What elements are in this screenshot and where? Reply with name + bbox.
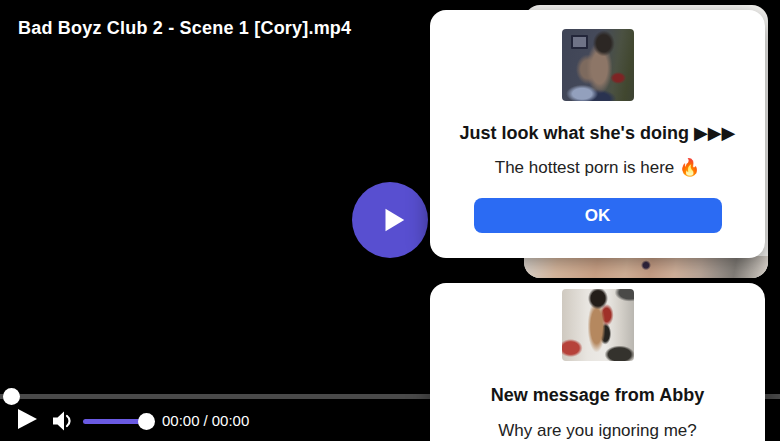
- play-icon: [378, 205, 408, 235]
- play-button[interactable]: [18, 409, 37, 429]
- popup-message-thumbnail[interactable]: [562, 289, 634, 361]
- player-controls: 00:00/00:00: [0, 403, 430, 441]
- volume-slider[interactable]: [83, 413, 155, 430]
- popup-message: New message from Abby Why are you ignori…: [430, 283, 765, 441]
- time-display: 00:00/00:00: [162, 412, 249, 429]
- volume-thumb[interactable]: [138, 413, 155, 430]
- ok-button[interactable]: OK: [474, 198, 722, 233]
- popup-promo-title: Just look what she's doing ▶▶▶: [460, 122, 736, 144]
- background-ad-photo: [524, 256, 768, 278]
- popup-promo-subtitle: The hottest porn is here 🔥: [495, 157, 700, 178]
- volume-fill: [83, 419, 146, 424]
- big-play-button[interactable]: [352, 182, 428, 258]
- popup-message-subtitle: Why are you ignoring me?: [498, 421, 696, 441]
- popup-promo: Just look what she's doing ▶▶▶ The hotte…: [430, 10, 765, 258]
- popup-promo-thumbnail[interactable]: [562, 29, 634, 101]
- video-player-stage: Bad Boyz Club 2 - Scene 1 [Cory].mp4 Jus…: [0, 0, 780, 441]
- volume-button[interactable]: [51, 408, 75, 434]
- duration: 00:00: [212, 412, 250, 429]
- popup-message-title: New message from Abby: [491, 385, 704, 406]
- time-separator: /: [200, 412, 212, 429]
- current-time: 00:00: [162, 412, 200, 429]
- volume-icon: [51, 408, 75, 434]
- video-title: Bad Boyz Club 2 - Scene 1 [Cory].mp4: [18, 18, 351, 39]
